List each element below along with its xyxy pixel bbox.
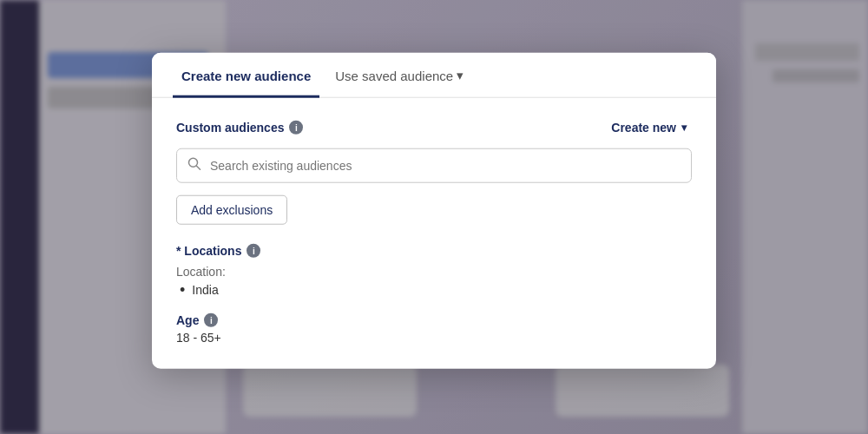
create-new-chevron-icon: ▾	[681, 122, 687, 134]
custom-audiences-header: Custom audiences i Create new ▾	[176, 117, 692, 138]
locations-header: * Locations i	[176, 244, 692, 258]
location-bullet: •	[180, 282, 185, 298]
age-value: 18 - 65+	[176, 331, 692, 345]
age-section: Age i 18 - 65+	[176, 313, 692, 345]
locations-section: * Locations i Location: • India	[176, 244, 692, 298]
custom-audiences-label: Custom audiences i	[176, 121, 303, 135]
age-info-icon[interactable]: i	[204, 313, 218, 327]
tab-create-new-audience[interactable]: Create new audience	[173, 55, 319, 98]
age-label: Age	[176, 313, 199, 327]
location-name: India	[192, 283, 218, 297]
add-exclusions-button[interactable]: Add exclusions	[176, 195, 287, 225]
search-icon	[187, 157, 201, 174]
location-prefix: Location:	[176, 265, 692, 279]
locations-label: * Locations	[176, 244, 241, 258]
modal-tab-bar: Create new audience Use saved audience ▾	[152, 53, 716, 98]
modal-body: Custom audiences i Create new ▾ Add excl…	[152, 98, 716, 369]
custom-audiences-info-icon[interactable]: i	[289, 121, 303, 135]
tab-use-saved-audience[interactable]: Use saved audience ▾	[326, 54, 472, 98]
location-item-india: • India	[176, 282, 692, 298]
create-new-button[interactable]: Create new ▾	[606, 117, 692, 138]
age-header: Age i	[176, 313, 692, 327]
tab-dropdown-chevron-icon: ▾	[457, 68, 464, 83]
svg-line-1	[197, 166, 201, 169]
audience-search-box	[176, 148, 692, 183]
locations-info-icon[interactable]: i	[247, 244, 260, 258]
search-audiences-input[interactable]	[210, 159, 681, 173]
audience-modal: Create new audience Use saved audience ▾…	[152, 53, 716, 369]
